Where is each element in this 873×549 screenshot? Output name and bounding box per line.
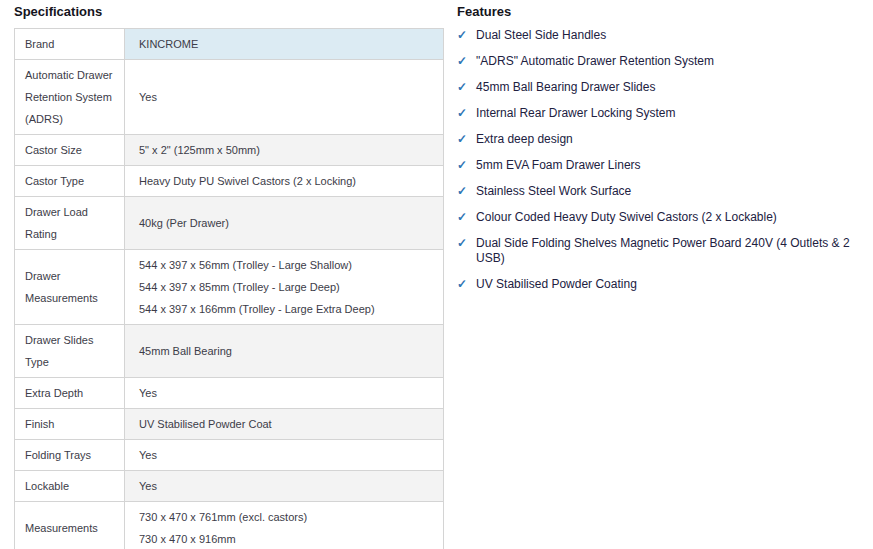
- specifications-section: Specifications Brand KINCROME Automatic …: [14, 5, 444, 549]
- specifications-table: Brand KINCROME Automatic Drawer Retentio…: [14, 28, 444, 549]
- spec-value: Heavy Duty PU Swivel Castors (2 x Lockin…: [125, 166, 444, 197]
- feature-text: 5mm EVA Foam Drawer Liners: [476, 158, 641, 173]
- specifications-title: Specifications: [14, 5, 444, 19]
- spec-label: Measurements: [15, 502, 125, 549]
- check-icon: ✓: [457, 106, 467, 121]
- check-icon: ✓: [457, 54, 467, 69]
- spec-value: 45mm Ball Bearing: [125, 325, 444, 378]
- list-item: ✓ Stainless Steel Work Surface: [457, 184, 873, 199]
- feature-text: Stainless Steel Work Surface: [476, 184, 631, 199]
- check-icon: ✓: [457, 28, 467, 43]
- spec-label: Extra Depth: [15, 378, 125, 409]
- spec-value-line: Heavy Duty PU Swivel Castors (2 x Lockin…: [139, 170, 433, 192]
- check-icon: ✓: [457, 277, 467, 292]
- table-row: Extra Depth Yes: [15, 378, 444, 409]
- feature-text: Colour Coded Heavy Duty Swivel Castors (…: [476, 210, 777, 225]
- spec-value: UV Stabilised Powder Coat: [125, 409, 444, 440]
- spec-label: Castor Type: [15, 166, 125, 197]
- spec-label: Castor Size: [15, 135, 125, 166]
- list-item: ✓ Extra deep design: [457, 132, 873, 147]
- table-row: Castor Size 5" x 2" (125mm x 50mm): [15, 135, 444, 166]
- spec-value-line: 544 x 397 x 56mm (Trolley - Large Shallo…: [139, 254, 433, 276]
- spec-value-line: 730 x 470 x 761mm (excl. castors): [139, 506, 433, 528]
- spec-value: 5" x 2" (125mm x 50mm): [125, 135, 444, 166]
- spec-value-line: 730 x 470 x 916mm: [139, 528, 433, 549]
- table-row: Drawer Slides Type 45mm Ball Bearing: [15, 325, 444, 378]
- list-item: ✓ Dual Side Folding Shelves Magnetic Pow…: [457, 236, 873, 266]
- table-row: Drawer Load Rating 40kg (Per Drawer): [15, 197, 444, 250]
- spec-value-line: 544 x 397 x 85mm (Trolley - Large Deep): [139, 276, 433, 298]
- spec-label: Drawer Measurements: [15, 250, 125, 325]
- check-icon: ✓: [457, 184, 467, 199]
- feature-text: 45mm Ball Bearing Drawer Slides: [476, 80, 655, 95]
- spec-label: Folding Trays: [15, 440, 125, 471]
- check-icon: ✓: [457, 210, 467, 225]
- feature-text: Dual Steel Side Handles: [476, 28, 606, 43]
- feature-text: Internal Rear Drawer Locking System: [476, 106, 675, 121]
- table-row: Lockable Yes: [15, 471, 444, 502]
- spec-value: 544 x 397 x 56mm (Trolley - Large Shallo…: [125, 250, 444, 325]
- spec-label: Brand: [15, 29, 125, 60]
- list-item: ✓ Dual Steel Side Handles: [457, 28, 873, 43]
- feature-text: UV Stabilised Powder Coating: [476, 277, 637, 292]
- table-row: Folding Trays Yes: [15, 440, 444, 471]
- table-row: Automatic Drawer Retention System (ADRS)…: [15, 60, 444, 135]
- spec-value: 40kg (Per Drawer): [125, 197, 444, 250]
- list-item: ✓ 45mm Ball Bearing Drawer Slides: [457, 80, 873, 95]
- spec-value: KINCROME: [125, 29, 444, 60]
- spec-value-line: 45mm Ball Bearing: [139, 340, 433, 362]
- spec-value: Yes: [125, 378, 444, 409]
- list-item: ✓ 5mm EVA Foam Drawer Liners: [457, 158, 873, 173]
- features-title: Features: [457, 5, 873, 19]
- spec-value-line: Yes: [139, 382, 433, 404]
- feature-list: ✓ Dual Steel Side Handles ✓ "ADRS" Autom…: [457, 28, 873, 292]
- spec-label: Drawer Slides Type: [15, 325, 125, 378]
- spec-label: Automatic Drawer Retention System (ADRS): [15, 60, 125, 135]
- feature-text: Extra deep design: [476, 132, 573, 147]
- spec-label: Lockable: [15, 471, 125, 502]
- spec-value-line: Yes: [139, 475, 433, 497]
- list-item: ✓ "ADRS" Automatic Drawer Retention Syst…: [457, 54, 873, 69]
- check-icon: ✓: [457, 158, 467, 173]
- table-row: Finish UV Stabilised Powder Coat: [15, 409, 444, 440]
- spec-value-line: UV Stabilised Powder Coat: [139, 413, 433, 435]
- check-icon: ✓: [457, 80, 467, 95]
- check-icon: ✓: [457, 132, 467, 147]
- check-icon: ✓: [457, 236, 467, 251]
- content-columns: Specifications Brand KINCROME Automatic …: [0, 0, 873, 549]
- spec-value-line: Yes: [139, 86, 433, 108]
- table-row: Drawer Measurements 544 x 397 x 56mm (Tr…: [15, 250, 444, 325]
- spec-label: Drawer Load Rating: [15, 197, 125, 250]
- spec-value-line: 40kg (Per Drawer): [139, 212, 433, 234]
- spec-value-line: 5" x 2" (125mm x 50mm): [139, 139, 433, 161]
- feature-text: "ADRS" Automatic Drawer Retention System: [476, 54, 714, 69]
- feature-text: Dual Side Folding Shelves Magnetic Power…: [476, 236, 873, 266]
- spec-value-line: KINCROME: [139, 33, 433, 55]
- spec-value: Yes: [125, 60, 444, 135]
- list-item: ✓ Colour Coded Heavy Duty Swivel Castors…: [457, 210, 873, 225]
- list-item: ✓ UV Stabilised Powder Coating: [457, 277, 873, 292]
- spec-label: Finish: [15, 409, 125, 440]
- features-section: Features ✓ Dual Steel Side Handles ✓ "AD…: [457, 5, 873, 303]
- table-row: Measurements 730 x 470 x 761mm (excl. ca…: [15, 502, 444, 549]
- spec-value-line: Yes: [139, 444, 433, 466]
- spec-value-line: 544 x 397 x 166mm (Trolley - Large Extra…: [139, 298, 433, 320]
- spec-value: Yes: [125, 471, 444, 502]
- list-item: ✓ Internal Rear Drawer Locking System: [457, 106, 873, 121]
- table-row: Brand KINCROME: [15, 29, 444, 60]
- spec-value: Yes: [125, 440, 444, 471]
- table-row: Castor Type Heavy Duty PU Swivel Castors…: [15, 166, 444, 197]
- spec-value: 730 x 470 x 761mm (excl. castors) 730 x …: [125, 502, 444, 549]
